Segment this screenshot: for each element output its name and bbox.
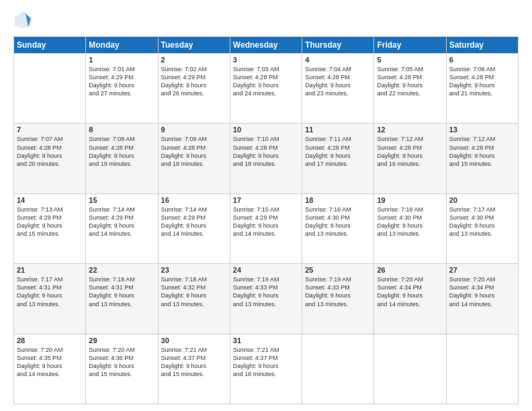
cell-content: Sunrise: 7:19 AMSunset: 4:33 PMDaylight:…	[305, 275, 371, 308]
cell-content: Sunrise: 7:06 AMSunset: 4:28 PMDaylight:…	[449, 65, 515, 98]
calendar-cell: 16Sunrise: 7:14 AMSunset: 4:29 PMDayligh…	[158, 193, 230, 263]
cell-content: Sunrise: 7:18 AMSunset: 4:31 PMDaylight:…	[89, 275, 154, 308]
cell-content: Sunrise: 7:12 AMSunset: 4:28 PMDaylight:…	[377, 135, 443, 168]
day-number: 21	[17, 266, 83, 274]
calendar-cell: 31Sunrise: 7:21 AMSunset: 4:37 PMDayligh…	[230, 334, 302, 404]
calendar-cell: 22Sunrise: 7:18 AMSunset: 4:31 PMDayligh…	[86, 264, 158, 334]
calendar-week-1: 1Sunrise: 7:01 AMSunset: 4:29 PMDaylight…	[14, 54, 519, 124]
calendar-cell: 23Sunrise: 7:18 AMSunset: 4:32 PMDayligh…	[158, 264, 230, 334]
calendar-week-5: 28Sunrise: 7:20 AMSunset: 4:35 PMDayligh…	[14, 334, 519, 404]
cell-content: Sunrise: 7:10 AMSunset: 4:28 PMDaylight:…	[233, 135, 299, 168]
calendar-cell: 6Sunrise: 7:06 AMSunset: 4:28 PMDaylight…	[446, 54, 518, 124]
cell-content: Sunrise: 7:19 AMSunset: 4:33 PMDaylight:…	[233, 275, 299, 308]
calendar-cell: 11Sunrise: 7:11 AMSunset: 4:28 PMDayligh…	[302, 124, 374, 193]
day-number: 13	[449, 126, 515, 134]
day-number: 10	[233, 126, 299, 134]
calendar-cell	[302, 334, 374, 404]
col-header-monday: Monday	[86, 37, 158, 54]
day-number: 3	[233, 56, 299, 64]
cell-content: Sunrise: 7:14 AMSunset: 4:29 PMDaylight:…	[89, 205, 154, 238]
calendar-cell: 20Sunrise: 7:17 AMSunset: 4:30 PMDayligh…	[446, 193, 518, 263]
day-number: 4	[305, 56, 371, 64]
header	[13, 11, 519, 30]
cell-content: Sunrise: 7:21 AMSunset: 4:37 PMDaylight:…	[161, 346, 227, 379]
calendar-cell: 4Sunrise: 7:04 AMSunset: 4:28 PMDaylight…	[302, 54, 374, 124]
day-number: 26	[377, 266, 443, 274]
day-number: 24	[233, 266, 299, 274]
cell-content: Sunrise: 7:20 AMSunset: 4:34 PMDaylight:…	[449, 275, 515, 308]
day-number: 28	[17, 336, 83, 345]
day-number: 1	[89, 56, 154, 64]
cell-content: Sunrise: 7:09 AMSunset: 4:28 PMDaylight:…	[161, 135, 227, 168]
cell-content: Sunrise: 7:17 AMSunset: 4:31 PMDaylight:…	[17, 275, 83, 308]
calendar-header-row: SundayMondayTuesdayWednesdayThursdayFrid…	[14, 37, 519, 54]
calendar-cell: 25Sunrise: 7:19 AMSunset: 4:33 PMDayligh…	[302, 264, 374, 334]
calendar-cell: 19Sunrise: 7:16 AMSunset: 4:30 PMDayligh…	[374, 193, 446, 263]
cell-content: Sunrise: 7:03 AMSunset: 4:28 PMDaylight:…	[233, 65, 299, 98]
cell-content: Sunrise: 7:18 AMSunset: 4:32 PMDaylight:…	[161, 275, 227, 308]
col-header-tuesday: Tuesday	[158, 37, 230, 54]
cell-content: Sunrise: 7:16 AMSunset: 4:30 PMDaylight:…	[377, 205, 443, 238]
calendar-cell: 18Sunrise: 7:16 AMSunset: 4:30 PMDayligh…	[302, 193, 374, 263]
calendar-cell: 2Sunrise: 7:02 AMSunset: 4:29 PMDaylight…	[158, 54, 230, 124]
day-number: 5	[377, 56, 443, 64]
day-number: 15	[89, 196, 154, 204]
calendar-week-4: 21Sunrise: 7:17 AMSunset: 4:31 PMDayligh…	[14, 264, 519, 334]
calendar-cell	[374, 334, 446, 404]
day-number: 31	[233, 336, 299, 345]
calendar-cell: 1Sunrise: 7:01 AMSunset: 4:29 PMDaylight…	[86, 54, 158, 124]
cell-content: Sunrise: 7:20 AMSunset: 4:36 PMDaylight:…	[89, 346, 154, 379]
calendar-cell: 28Sunrise: 7:20 AMSunset: 4:35 PMDayligh…	[14, 334, 86, 404]
day-number: 2	[161, 56, 227, 64]
calendar-cell	[14, 54, 86, 124]
day-number: 12	[377, 126, 443, 134]
day-number: 22	[89, 266, 154, 274]
calendar-cell: 13Sunrise: 7:12 AMSunset: 4:28 PMDayligh…	[446, 124, 518, 193]
day-number: 29	[89, 336, 154, 345]
calendar-cell: 14Sunrise: 7:13 AMSunset: 4:29 PMDayligh…	[14, 193, 86, 263]
calendar-cell: 26Sunrise: 7:20 AMSunset: 4:34 PMDayligh…	[374, 264, 446, 334]
calendar-cell: 21Sunrise: 7:17 AMSunset: 4:31 PMDayligh…	[14, 264, 86, 334]
col-header-thursday: Thursday	[302, 37, 374, 54]
cell-content: Sunrise: 7:05 AMSunset: 4:28 PMDaylight:…	[377, 65, 443, 98]
day-number: 18	[305, 196, 371, 204]
cell-content: Sunrise: 7:13 AMSunset: 4:29 PMDaylight:…	[17, 205, 83, 238]
cell-content: Sunrise: 7:20 AMSunset: 4:34 PMDaylight:…	[377, 275, 443, 308]
cell-content: Sunrise: 7:08 AMSunset: 4:28 PMDaylight:…	[89, 135, 154, 168]
calendar-cell: 29Sunrise: 7:20 AMSunset: 4:36 PMDayligh…	[86, 334, 158, 404]
calendar-cell: 15Sunrise: 7:14 AMSunset: 4:29 PMDayligh…	[86, 193, 158, 263]
cell-content: Sunrise: 7:04 AMSunset: 4:28 PMDaylight:…	[305, 65, 371, 98]
day-number: 7	[17, 126, 83, 134]
col-header-friday: Friday	[374, 37, 446, 54]
day-number: 27	[449, 266, 515, 274]
cell-content: Sunrise: 7:14 AMSunset: 4:29 PMDaylight:…	[161, 205, 227, 238]
day-number: 16	[161, 196, 227, 204]
calendar-cell: 12Sunrise: 7:12 AMSunset: 4:28 PMDayligh…	[374, 124, 446, 193]
day-number: 11	[305, 126, 371, 134]
day-number: 6	[449, 56, 515, 64]
day-number: 19	[377, 196, 443, 204]
day-number: 23	[161, 266, 227, 274]
col-header-wednesday: Wednesday	[230, 37, 302, 54]
cell-content: Sunrise: 7:15 AMSunset: 4:29 PMDaylight:…	[233, 205, 299, 238]
day-number: 25	[305, 266, 371, 274]
calendar-cell: 30Sunrise: 7:21 AMSunset: 4:37 PMDayligh…	[158, 334, 230, 404]
cell-content: Sunrise: 7:21 AMSunset: 4:37 PMDaylight:…	[233, 346, 299, 379]
cell-content: Sunrise: 7:02 AMSunset: 4:29 PMDaylight:…	[161, 65, 227, 98]
cell-content: Sunrise: 7:20 AMSunset: 4:35 PMDaylight:…	[17, 346, 83, 379]
calendar-week-2: 7Sunrise: 7:07 AMSunset: 4:28 PMDaylight…	[14, 124, 519, 193]
logo-icon	[13, 11, 32, 30]
logo	[13, 11, 35, 30]
calendar-cell: 5Sunrise: 7:05 AMSunset: 4:28 PMDaylight…	[374, 54, 446, 124]
calendar-cell: 17Sunrise: 7:15 AMSunset: 4:29 PMDayligh…	[230, 193, 302, 263]
day-number: 20	[449, 196, 515, 204]
calendar-cell: 24Sunrise: 7:19 AMSunset: 4:33 PMDayligh…	[230, 264, 302, 334]
calendar-cell: 3Sunrise: 7:03 AMSunset: 4:28 PMDaylight…	[230, 54, 302, 124]
day-number: 14	[17, 196, 83, 204]
calendar-cell: 8Sunrise: 7:08 AMSunset: 4:28 PMDaylight…	[86, 124, 158, 193]
day-number: 8	[89, 126, 154, 134]
col-header-sunday: Sunday	[14, 37, 86, 54]
calendar-cell: 7Sunrise: 7:07 AMSunset: 4:28 PMDaylight…	[14, 124, 86, 193]
cell-content: Sunrise: 7:17 AMSunset: 4:30 PMDaylight:…	[449, 205, 515, 238]
cell-content: Sunrise: 7:16 AMSunset: 4:30 PMDaylight:…	[305, 205, 371, 238]
